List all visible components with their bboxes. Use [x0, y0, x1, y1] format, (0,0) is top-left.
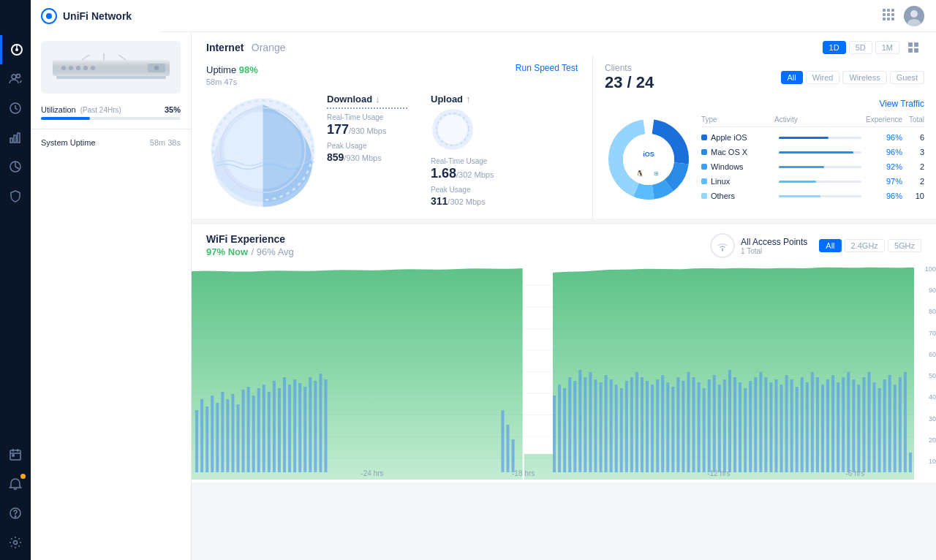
util-label: Utilization (Past 24Hrs): [41, 105, 121, 114]
client-filter-group: All Wired Wireless Guest: [781, 71, 925, 84]
svg-text:iOS: iOS: [643, 151, 654, 158]
others-activity-bar: [779, 195, 861, 197]
svg-rect-153: [801, 377, 804, 472]
nav-item-stats[interactable]: [0, 123, 31, 152]
macos-color-dot: [701, 149, 707, 155]
svg-rect-174: [909, 453, 912, 472]
svg-rect-143: [749, 381, 752, 472]
nav-item-settings[interactable]: [0, 528, 31, 557]
main-content: Internet Orange 1D 5D 1M Uptime 98%: [192, 32, 936, 560]
svg-point-17: [17, 75, 20, 78]
client-filter-wireless[interactable]: Wireless: [842, 71, 886, 84]
svg-rect-118: [620, 388, 623, 472]
user-avatar[interactable]: [904, 6, 924, 26]
windows-color-dot: [701, 164, 707, 170]
nav-item-dashboard[interactable]: [0, 35, 31, 64]
svg-rect-86: [247, 387, 250, 472]
clients-table: Type Activity Experience Total Apple iOS: [701, 116, 924, 203]
svg-rect-49: [914, 48, 918, 53]
wifi-avg: / 96% Avg: [252, 246, 294, 257]
freq-filter-5[interactable]: 5GHz: [888, 239, 921, 252]
svg-rect-132: [692, 377, 695, 472]
internet-stats-area: Uptime 98% 58m 47s Run Speed Test: [192, 56, 592, 219]
svg-rect-133: [698, 382, 701, 472]
svg-point-37: [69, 66, 73, 70]
svg-rect-76: [195, 410, 198, 472]
svg-rect-109: [573, 381, 576, 472]
ap-total: 1 Total: [741, 247, 807, 255]
svg-rect-149: [780, 385, 783, 472]
svg-rect-171: [894, 385, 897, 472]
ap-text: All Access Points 1 Total: [741, 237, 807, 255]
ios-total: 6: [902, 133, 924, 142]
client-type-macos: Mac OS X: [701, 148, 774, 156]
svg-rect-112: [589, 372, 592, 472]
svg-rect-93: [283, 377, 286, 472]
run-speed-test-link[interactable]: Run Speed Test: [516, 63, 578, 73]
svg-rect-82: [226, 399, 229, 472]
nav-item-history[interactable]: [0, 94, 31, 123]
svg-rect-138: [723, 379, 726, 472]
svg-rect-122: [641, 377, 644, 472]
download-realtime-value: 177/930 Mbps: [327, 123, 407, 136]
nav-item-alerts[interactable]: [0, 469, 31, 499]
download-stats: Download ↓ Real-Time Usage 177/930 Mbps …: [327, 94, 407, 207]
svg-rect-146: [764, 377, 767, 472]
table-row: Windows 92% 2: [701, 159, 924, 174]
linux-total: 2: [902, 177, 924, 186]
svg-text:-24 hrs: -24 hrs: [361, 469, 383, 477]
svg-line-43: [82, 55, 89, 60]
internet-body: Uptime 98% 58m 47s Run Speed Test: [192, 56, 936, 219]
internet-clients-panel: Internet Orange 1D 5D 1M Uptime 98%: [192, 32, 936, 219]
sidebar-divider: [31, 129, 191, 129]
ios-experience: 96%: [866, 133, 902, 142]
client-filter-all[interactable]: All: [781, 71, 803, 84]
grid-view-icon[interactable]: [905, 39, 921, 56]
time-filter-1m[interactable]: 1M: [875, 41, 899, 54]
client-filter-wired[interactable]: Wired: [806, 71, 840, 84]
nav-item-shield[interactable]: [0, 181, 31, 211]
freq-filter-group: All 2.4GHz 5GHz: [819, 239, 921, 252]
svg-rect-5: [883, 13, 886, 16]
nav-item-clients[interactable]: [0, 64, 31, 94]
freq-filter-24[interactable]: 2.4GHz: [845, 239, 885, 252]
download-arrow: ↓: [375, 94, 380, 105]
sidebar: Utilization (Past 24Hrs) 35% System Upti…: [31, 32, 192, 560]
svg-rect-9: [887, 18, 890, 20]
view-traffic-link[interactable]: View Traffic: [879, 99, 924, 109]
time-filter-1d[interactable]: 1D: [823, 41, 846, 54]
svg-rect-121: [635, 372, 638, 472]
freq-filter-all[interactable]: All: [819, 239, 841, 252]
client-filter-guest[interactable]: Guest: [890, 71, 924, 84]
nav-item-calendar[interactable]: [0, 440, 31, 469]
ap-info: All Access Points 1 Total: [710, 233, 807, 258]
svg-rect-164: [857, 385, 860, 472]
svg-rect-140: [733, 377, 736, 472]
svg-rect-84: [236, 404, 239, 472]
svg-rect-131: [687, 372, 690, 472]
apps-grid-icon[interactable]: [882, 8, 895, 24]
svg-rect-102: [501, 410, 504, 472]
uptime-value: 58m 38s: [150, 138, 181, 147]
svg-line-24: [15, 167, 19, 169]
time-filter-5d[interactable]: 5D: [849, 41, 872, 54]
svg-rect-100: [319, 374, 322, 472]
view-traffic-area: View Traffic: [605, 97, 924, 110]
svg-rect-96: [298, 383, 301, 472]
table-row: Linux 97% 2: [701, 174, 924, 189]
svg-rect-10: [891, 18, 894, 20]
upload-donut: [431, 107, 475, 151]
svg-rect-125: [656, 379, 659, 472]
ap-name: All Access Points: [741, 237, 807, 247]
svg-rect-20: [14, 135, 16, 143]
svg-rect-129: [676, 377, 679, 472]
svg-rect-119: [625, 381, 628, 472]
nav-item-help[interactable]: [0, 499, 31, 528]
svg-rect-152: [796, 387, 799, 472]
upload-arrow: ↑: [466, 94, 471, 105]
nav-item-reports[interactable]: [0, 152, 31, 181]
svg-point-38: [76, 66, 80, 70]
svg-point-42: [154, 66, 159, 70]
svg-rect-90: [268, 392, 271, 472]
svg-rect-7: [891, 13, 894, 16]
